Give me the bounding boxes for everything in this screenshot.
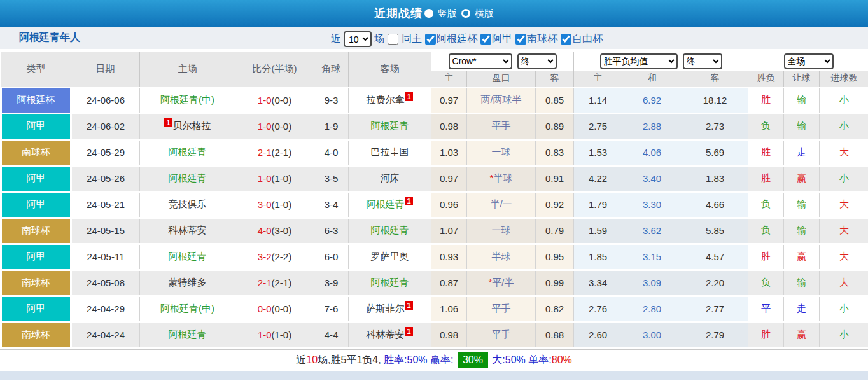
titlebar: 近期战绩 竖版 横版: [0, 0, 868, 27]
home-team: 阿根廷青: [140, 139, 235, 165]
odds-company-select[interactable]: Crow*: [449, 53, 512, 69]
match-date: 24-05-21: [71, 191, 140, 218]
corner-score: 4-0: [314, 139, 349, 165]
odds-home: 0.97: [431, 165, 467, 191]
odds-away: 0.82: [536, 296, 574, 322]
horizontal-radio-label[interactable]: 横版: [475, 8, 494, 20]
goals-result: 小: [820, 113, 868, 139]
away-team: 巴拉圭国: [349, 139, 431, 165]
league-checkbox-primera[interactable]: [480, 34, 491, 45]
col-header-handicap: 盘口: [467, 71, 536, 87]
filter-bar: 阿根廷青年人 近 10 场 同主 阿根廷杯 阿甲 南球杯 自由杯: [0, 27, 868, 52]
avg-time-select[interactable]: 终: [683, 53, 722, 69]
handicap-result: 赢: [784, 322, 820, 348]
odds-home: 0.98: [431, 113, 467, 139]
result: 胜: [748, 244, 784, 270]
league-badge: 阿根廷杯: [1, 87, 71, 113]
col-header-date: 日期: [71, 52, 140, 87]
avg-draw: 2.80: [622, 296, 682, 322]
match-score: 2-1(2-1): [235, 270, 314, 296]
home-team: 竞技俱乐: [140, 191, 235, 218]
table-row: 阿甲24-05-11阿根廷青3-2(2-2)6-0罗萨里奥0.93半球0.951…: [1, 244, 868, 270]
match-date: 24-06-02: [71, 113, 140, 139]
odds-away: 0.88: [536, 322, 574, 348]
corner-score: 9-3: [314, 87, 349, 113]
match-score: 3-2(2-2): [235, 244, 314, 270]
away-team: 罗萨里奥: [349, 244, 431, 270]
match-score: 4-0(3-0): [235, 218, 314, 244]
handicap: *半球: [467, 165, 536, 191]
avg-home: 1.14: [574, 87, 622, 113]
league-badge: 南球杯: [1, 270, 71, 296]
goals-result: 小: [820, 296, 868, 322]
summary-text: 50%: [505, 354, 526, 366]
handicap-result: 输: [784, 218, 820, 244]
same-home-away-label: 同主: [402, 32, 422, 46]
avg-draw: 4.06: [622, 139, 682, 165]
home-team: 阿根廷青: [140, 244, 235, 270]
home-team: 阿根廷青(中): [140, 296, 235, 322]
table-row: 南球杯24-05-15科林蒂安4-0(3-0)6-3阿根廷青1.07一球0.79…: [1, 218, 868, 244]
match-date: 24-05-15: [71, 218, 140, 244]
col-header-avg-away: 客: [682, 71, 748, 87]
avg-home: 2.76: [574, 296, 622, 322]
handicap-result: 输: [784, 191, 820, 218]
bottom-strip: [0, 371, 868, 380]
summary-text: 50%: [407, 354, 428, 366]
summary-text: 80%: [552, 354, 572, 366]
home-team: 科林蒂安: [140, 218, 235, 244]
table-row: 阿甲24-05-21竞技俱乐3-0(1-0)3-4阿根廷青10.96半/一0.9…: [1, 191, 868, 218]
match-score: 1-0(0-0): [235, 113, 314, 139]
handicap-result: 赢: [784, 244, 820, 270]
red-card-badge: 1: [405, 301, 412, 310]
win-rate-badge: 30%: [458, 352, 488, 368]
match-score: 2-1(2-1): [235, 139, 314, 165]
avg-away: 5.69: [682, 139, 748, 165]
vertical-radio-selected[interactable]: [424, 9, 433, 18]
recent-count-select[interactable]: 10: [344, 31, 372, 47]
odds-time-select[interactable]: 终: [517, 53, 557, 69]
corner-score: 4-4: [314, 322, 349, 348]
red-card-badge: 1: [405, 327, 412, 336]
match-date: 24-05-29: [71, 139, 140, 165]
result: 胜: [748, 165, 784, 191]
handicap: *平/半: [467, 270, 536, 296]
table-row: 阿根廷杯24-06-06阿根廷青(中)1-0(0-0)9-3拉费尔拿10.97两…: [1, 87, 868, 113]
league-checkbox-libertadores[interactable]: [561, 34, 571, 45]
odds-home: 0.93: [431, 244, 467, 270]
avg-type-select[interactable]: 胜平负均值: [600, 53, 678, 69]
odds-home: 1.03: [431, 139, 467, 165]
odds-away: 0.83: [536, 139, 574, 165]
match-score: 0-0(0-0): [235, 296, 314, 322]
summary-text: 赢率:: [428, 354, 456, 367]
handicap: 半球: [467, 244, 536, 270]
odds-away: 0.91: [536, 165, 574, 191]
summary-text: 10: [306, 354, 318, 366]
home-team: 蒙特维多: [140, 270, 235, 296]
away-team: 河床: [349, 165, 431, 191]
avg-dropdown-band: 胜平负均值终: [574, 52, 748, 71]
avg-home: 2.75: [574, 113, 622, 139]
col-header-type: 类型: [1, 52, 71, 87]
league-checkbox-argentina-cup[interactable]: [425, 34, 436, 45]
same-home-away-checkbox[interactable]: [388, 34, 398, 45]
odds-away: 0.99: [536, 270, 574, 296]
period-select[interactable]: 全场: [784, 53, 834, 69]
odds-home: 1.07: [431, 218, 467, 244]
horizontal-radio[interactable]: [461, 9, 470, 18]
away-team: 科林蒂安1: [349, 322, 431, 348]
away-team: 萨斯菲尔1: [349, 296, 431, 322]
odds-home: 0.87: [431, 270, 467, 296]
vertical-radio-label[interactable]: 竖版: [438, 8, 457, 20]
filters: 近 10 场 同主 阿根廷杯 阿甲 南球杯 自由杯: [331, 27, 603, 52]
table-row: 南球杯24-04-24阿根廷青1-0(1-0)4-4科林蒂安10.98平手0.8…: [1, 322, 868, 348]
result: 负: [748, 218, 784, 244]
league-checkbox-sudamericana[interactable]: [515, 34, 526, 45]
odds-away: 0.95: [536, 244, 574, 270]
away-team: 阿根廷青: [349, 218, 431, 244]
result: 胜: [748, 322, 784, 348]
away-team: 阿根廷青: [349, 270, 431, 296]
avg-away: 4.57: [682, 244, 748, 270]
handicap: 一球: [467, 218, 536, 244]
period-dropdown-band: 全场: [748, 52, 868, 71]
